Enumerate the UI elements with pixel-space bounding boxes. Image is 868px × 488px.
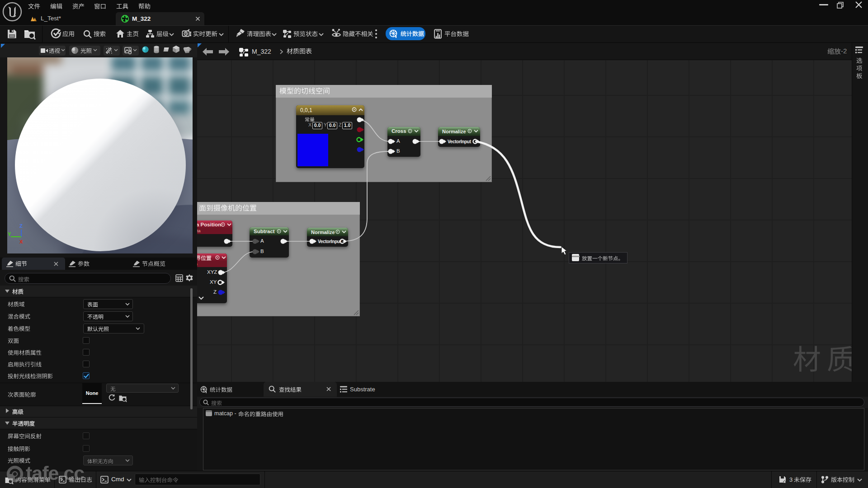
svg-text:Z: Z	[19, 223, 23, 229]
svg-text:Y: Y	[8, 231, 11, 237]
svg-text:X: X	[19, 239, 23, 244]
